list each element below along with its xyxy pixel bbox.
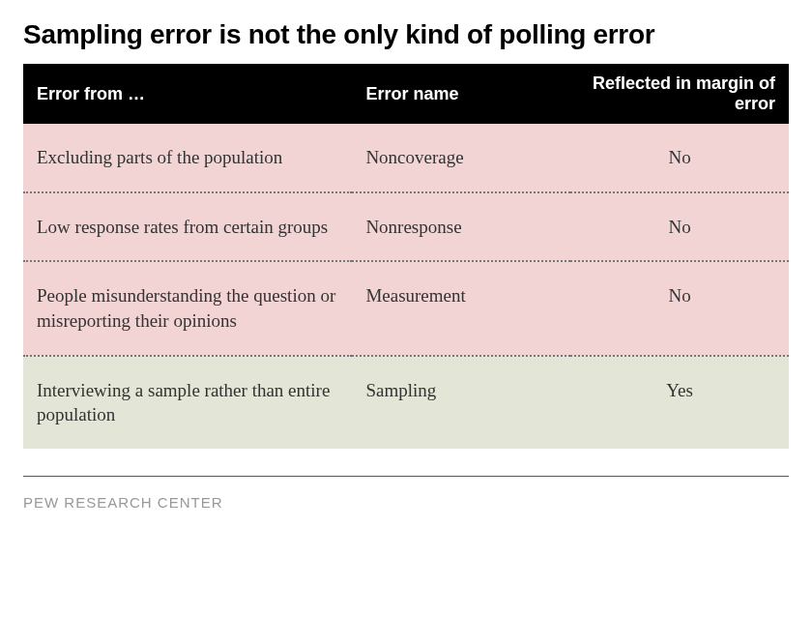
cell-reflected: No	[570, 261, 789, 355]
cell-from: Low response rates from certain groups	[23, 192, 352, 262]
cell-name: Noncoverage	[352, 124, 570, 192]
cell-name: Sampling	[352, 356, 570, 449]
col-header-name: Error name	[352, 64, 570, 124]
cell-name: Nonresponse	[352, 192, 570, 262]
cell-from: Interviewing a sample rather than entire…	[23, 356, 352, 449]
cell-reflected: No	[570, 192, 789, 262]
table-row: Excluding parts of the population Noncov…	[23, 124, 789, 192]
col-header-reflected: Reflected in margin of error	[570, 64, 789, 124]
table-header-row: Error from … Error name Reflected in mar…	[23, 64, 789, 124]
source-credit: PEW RESEARCH CENTER	[23, 494, 789, 511]
col-header-from: Error from …	[23, 64, 352, 124]
chart-title: Sampling error is not the only kind of p…	[23, 19, 789, 50]
cell-reflected: No	[570, 124, 789, 192]
cell-from: Excluding parts of the population	[23, 124, 352, 192]
error-table: Error from … Error name Reflected in mar…	[23, 64, 789, 449]
table-body: Excluding parts of the population Noncov…	[23, 124, 789, 449]
cell-reflected: Yes	[570, 356, 789, 449]
cell-from: People misunderstanding the question or …	[23, 261, 352, 355]
footer-divider	[23, 476, 789, 477]
table-row: Interviewing a sample rather than entire…	[23, 356, 789, 449]
cell-name: Measurement	[352, 261, 570, 355]
table-row: Low response rates from certain groups N…	[23, 192, 789, 262]
table-row: People misunderstanding the question or …	[23, 261, 789, 355]
